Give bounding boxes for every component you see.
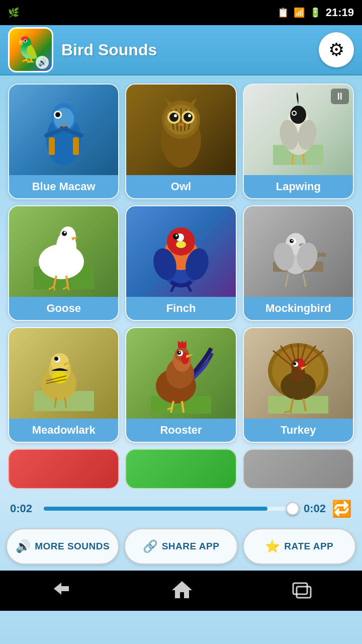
svg-line-36 bbox=[303, 154, 304, 164]
share-app-label: SHARE APP bbox=[162, 541, 220, 552]
bird-name-goose: Goose bbox=[9, 297, 118, 320]
svg-point-22 bbox=[174, 114, 177, 117]
bird-card-turkey[interactable]: Turkey bbox=[243, 327, 354, 443]
app-logo: 🦜 🔊 bbox=[8, 27, 53, 72]
current-time: 0:02 bbox=[10, 502, 38, 515]
svg-point-32 bbox=[293, 112, 296, 115]
notification-icon: 🌿 bbox=[8, 7, 19, 18]
svg-line-49 bbox=[68, 287, 69, 290]
more-sounds-label: MORE SOUNDS bbox=[35, 541, 110, 552]
back-button[interactable] bbox=[39, 576, 84, 605]
bird-name-meadowlark: Meadowlark bbox=[9, 419, 118, 442]
bottom-buttons: 🔊 MORE SOUNDS 🔗 SHARE APP ⭐ RATE APP bbox=[0, 524, 362, 571]
partial-card-2 bbox=[125, 449, 236, 489]
svg-rect-6 bbox=[49, 137, 55, 155]
svg-point-40 bbox=[60, 226, 76, 247]
rate-app-icon: ⭐ bbox=[265, 539, 280, 553]
bird-card-lapwing[interactable]: ⏸ Lapw bbox=[243, 84, 354, 199]
bird-image-blue-macaw bbox=[9, 85, 118, 175]
bird-name-lapwing: Lapwing bbox=[244, 175, 353, 198]
gear-icon: ⚙ bbox=[328, 39, 344, 60]
bird-image-finch bbox=[126, 206, 235, 297]
rate-app-label: RATE APP bbox=[284, 541, 333, 552]
bird-name-mockingbird: Mockingbird bbox=[244, 297, 353, 320]
signal-icon: 📶 bbox=[294, 7, 305, 18]
progress-track[interactable] bbox=[44, 507, 292, 511]
svg-line-60 bbox=[187, 284, 191, 292]
bird-image-rooster bbox=[126, 328, 235, 419]
status-bar: 🌿 📋 📶 🔋 21:19 bbox=[0, 0, 362, 25]
sim-icon: 📋 bbox=[278, 7, 289, 18]
bird-card-blue-macaw[interactable]: Blue Macaw bbox=[8, 84, 119, 199]
svg-point-23 bbox=[188, 114, 191, 117]
svg-line-59 bbox=[171, 284, 175, 292]
share-app-button[interactable]: 🔗 SHARE APP bbox=[124, 528, 237, 565]
svg-point-56 bbox=[176, 241, 186, 248]
bird-image-goose bbox=[9, 206, 118, 297]
status-bar-left: 🌿 bbox=[8, 7, 273, 18]
bird-name-rooster: Rooster bbox=[126, 419, 235, 442]
bird-image-meadowlark bbox=[9, 328, 118, 419]
partial-row bbox=[8, 449, 354, 489]
home-button[interactable] bbox=[161, 575, 204, 607]
repeat-button[interactable]: 🔁 bbox=[332, 499, 352, 518]
svg-rect-7 bbox=[73, 137, 79, 155]
bird-card-owl[interactable]: Owl bbox=[125, 84, 236, 199]
svg-line-35 bbox=[292, 154, 293, 164]
svg-point-77 bbox=[54, 357, 58, 361]
bird-card-mockingbird[interactable]: Mockingbird bbox=[243, 205, 354, 321]
svg-line-47 bbox=[54, 287, 55, 290]
svg-point-112 bbox=[293, 362, 296, 365]
bird-name-blue-macaw: Blue Macaw bbox=[9, 175, 118, 198]
svg-marker-118 bbox=[172, 581, 192, 598]
progress-fill bbox=[44, 507, 267, 511]
svg-point-68 bbox=[292, 240, 293, 242]
svg-rect-120 bbox=[297, 587, 311, 598]
settings-button[interactable]: ⚙ bbox=[319, 32, 354, 67]
more-sounds-icon: 🔊 bbox=[16, 539, 31, 553]
bird-grid: Blue Macaw bbox=[8, 84, 354, 443]
progress-thumb[interactable] bbox=[286, 502, 299, 515]
bird-name-finch: Finch bbox=[126, 297, 235, 320]
main-content: Blue Macaw bbox=[0, 75, 362, 493]
bird-card-rooster[interactable]: Rooster bbox=[125, 327, 236, 443]
svg-point-20 bbox=[169, 113, 178, 122]
recent-apps-button[interactable] bbox=[281, 575, 323, 607]
rate-app-button[interactable]: ⭐ RATE APP bbox=[243, 528, 356, 565]
pause-overlay: ⏸ bbox=[331, 89, 349, 104]
bird-card-meadowlark[interactable]: Meadowlark bbox=[8, 327, 119, 443]
svg-point-92 bbox=[178, 352, 180, 353]
svg-point-4 bbox=[55, 112, 60, 117]
status-time: 21:19 bbox=[326, 6, 354, 19]
svg-rect-119 bbox=[293, 583, 307, 594]
share-app-icon: 🔗 bbox=[143, 539, 158, 553]
sound-icon: 🔊 bbox=[36, 56, 49, 69]
svg-line-63 bbox=[321, 254, 326, 256]
svg-point-55 bbox=[175, 234, 177, 236]
more-sounds-button[interactable]: 🔊 MORE SOUNDS bbox=[6, 528, 119, 565]
partial-card-3 bbox=[243, 449, 354, 489]
bird-card-goose[interactable]: Goose bbox=[8, 205, 119, 321]
bird-image-lapwing: ⏸ bbox=[244, 85, 353, 175]
svg-point-42 bbox=[64, 231, 66, 233]
bird-card-finch[interactable]: Finch bbox=[125, 205, 236, 321]
svg-line-117 bbox=[291, 411, 291, 414]
bird-name-owl: Owl bbox=[126, 175, 235, 198]
nav-bar bbox=[0, 571, 362, 611]
svg-point-21 bbox=[184, 113, 193, 122]
battery-icon: 🔋 bbox=[310, 7, 321, 18]
app-title: Bird Sounds bbox=[61, 41, 319, 59]
progress-area: 0:02 0:02 🔁 bbox=[0, 493, 362, 524]
total-time: 0:02 bbox=[298, 502, 326, 515]
bird-image-turkey bbox=[244, 328, 353, 419]
partial-card-1 bbox=[8, 449, 119, 489]
bird-image-owl bbox=[126, 85, 235, 175]
app-header: 🦜 🔊 Bird Sounds ⚙ bbox=[0, 25, 362, 75]
bird-image-mockingbird bbox=[244, 206, 353, 297]
svg-point-54 bbox=[173, 233, 179, 239]
bird-name-turkey: Turkey bbox=[244, 419, 353, 442]
